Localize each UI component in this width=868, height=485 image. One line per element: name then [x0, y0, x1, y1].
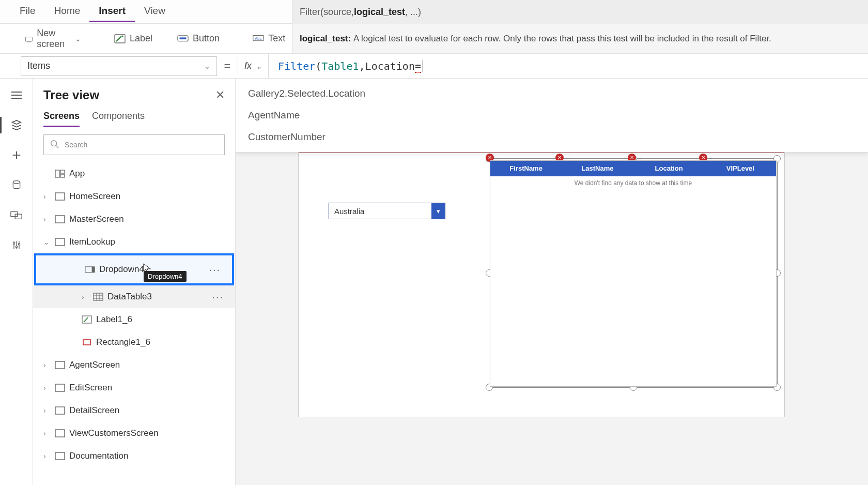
autocomplete-item[interactable]: CustomerNumber — [236, 126, 868, 148]
menu-view[interactable]: View — [135, 1, 175, 22]
tree-search-box[interactable]: Search — [43, 134, 225, 155]
data-pane-icon[interactable] — [9, 179, 24, 191]
svg-point-3 — [122, 35, 123, 37]
svg-rect-40 — [55, 384, 65, 391]
formula-input[interactable]: Filter ( Table1 , Location = — [269, 54, 868, 78]
column-header[interactable]: Location — [633, 161, 705, 176]
media-pane-icon[interactable] — [9, 209, 24, 221]
chevron-right-icon: › — [43, 215, 51, 223]
table-icon — [93, 293, 103, 301]
tree-view-pane: Tree view ✕ Screens Components Search Ap… — [33, 79, 236, 485]
tree-item-label: App — [69, 169, 85, 179]
autocomplete-item[interactable]: AgentName — [236, 104, 868, 126]
chevron-right-icon: › — [43, 429, 51, 437]
formula-token-comma: , — [359, 60, 365, 72]
tree-item-datatable3[interactable]: › DataTable3 ··· — [33, 285, 235, 308]
screen-icon — [25, 34, 33, 43]
svg-text:Abc: Abc — [255, 36, 261, 41]
svg-rect-43 — [55, 452, 65, 460]
tab-screens[interactable]: Screens — [43, 111, 80, 127]
left-tool-rail — [0, 79, 33, 485]
svg-point-22 — [51, 140, 57, 146]
tree-item-editscreen[interactable]: › EditScreen — [33, 376, 235, 399]
insert-label-text: Label — [130, 33, 152, 44]
menu-home[interactable]: Home — [45, 1, 90, 22]
insert-button-button[interactable]: Button — [167, 28, 229, 49]
hamburger-icon[interactable] — [9, 89, 24, 101]
screen-icon — [55, 384, 65, 392]
tree-item-agentscreen[interactable]: › AgentScreen — [33, 354, 235, 376]
fx-label: fx — [244, 60, 252, 71]
dropdown-control[interactable]: Australia ▾ — [329, 203, 445, 219]
tree-item-dropdown4[interactable]: Dropdown4 ··· Dropdown4 — [36, 255, 232, 283]
tree-item-documentation[interactable]: › Documentation — [33, 445, 235, 467]
screen-icon — [55, 361, 65, 369]
formula-token-function: Filter — [278, 60, 315, 72]
new-screen-label: New screen — [37, 28, 69, 50]
data-table-control[interactable]: FirstName LastName Location VIPLevel We … — [490, 160, 777, 387]
tree-item-viewcustomers[interactable]: › ViewCustomersScreen — [33, 422, 235, 445]
tree-item-label1-6[interactable]: Label1_6 — [33, 308, 235, 331]
help-param-name: logical_test: — [300, 34, 351, 44]
tree-item-label: ViewCustomersScreen — [69, 428, 159, 438]
tree-item-label: Label1_6 — [96, 314, 132, 325]
app-preview-screen[interactable]: Item Lookup Australia ▾ ⌄ ⌄ ⌄ — [299, 153, 784, 417]
tree-item-itemlookup[interactable]: ⌄ ItemLookup — [33, 231, 235, 253]
chevron-right-icon: › — [43, 384, 51, 392]
column-header[interactable]: LastName — [562, 161, 633, 176]
insert-button-text: Button — [193, 33, 220, 44]
fx-button[interactable]: fx ⌄ — [238, 54, 269, 78]
design-canvas[interactable]: Gallery2.Selected.Location AgentName Cus… — [236, 79, 868, 485]
tree-item-homescreen[interactable]: › HomeScreen — [33, 185, 235, 208]
tree-view-title: Tree view — [43, 88, 99, 102]
more-options-icon[interactable]: ··· — [209, 264, 221, 276]
insert-label-button[interactable]: Label — [104, 28, 162, 49]
chevron-right-icon: › — [43, 452, 51, 460]
property-selector[interactable]: Items ⌄ — [21, 56, 217, 76]
tree-item-label: HomeScreen — [69, 191, 120, 202]
menu-file[interactable]: File — [10, 1, 45, 22]
formula-token-field: Location — [365, 60, 415, 72]
tree-item-tooltip: Dropdown4 — [144, 271, 187, 282]
signature-suffix: , ...) — [405, 7, 421, 18]
tree-item-app[interactable]: App — [33, 162, 235, 185]
svg-line-23 — [56, 145, 59, 148]
more-options-icon[interactable]: ··· — [212, 291, 224, 303]
signature-active-param: logical_test — [354, 7, 405, 18]
advanced-tools-icon[interactable] — [9, 239, 24, 251]
screen-icon — [55, 215, 65, 223]
svg-rect-0 — [26, 37, 33, 41]
dropdown-control-icon — [85, 265, 95, 274]
tree-view-icon[interactable] — [9, 119, 24, 131]
formula-signature-bar: Filter(source, logical_test , ...) — [292, 0, 868, 24]
insert-pane-icon[interactable] — [9, 149, 24, 161]
chevron-down-icon[interactable]: ▾ — [431, 203, 445, 219]
new-screen-button[interactable]: New screen ⌄ — [16, 23, 91, 54]
formula-token-table: Table1 — [321, 60, 359, 72]
formula-token-operator: = — [415, 59, 421, 73]
dropdown-value: Australia — [329, 207, 369, 216]
tab-components[interactable]: Components — [92, 111, 145, 127]
chevron-down-icon: ⌄ — [204, 62, 210, 70]
chevron-down-icon: ⌄ — [75, 35, 81, 43]
chevron-right-icon: › — [82, 293, 89, 301]
ribbon: New screen ⌄ Label Button Abc Text ⌄ log… — [0, 24, 868, 54]
signature-prefix: Filter(source, — [300, 7, 354, 18]
search-placeholder: Search — [65, 141, 87, 149]
tree-item-masterscreen[interactable]: › MasterScreen — [33, 208, 235, 231]
chevron-right-icon: › — [43, 192, 51, 201]
svg-rect-2 — [115, 35, 125, 43]
column-header[interactable]: VIPLevel — [705, 161, 776, 176]
close-icon[interactable]: ✕ — [215, 88, 225, 102]
menu-insert[interactable]: Insert — [89, 1, 135, 22]
column-header[interactable]: FirstName — [490, 161, 562, 176]
tree-item-rectangle1-6[interactable]: Rectangle1_6 — [33, 331, 235, 354]
tree-item-label: DataTable3 — [107, 292, 152, 302]
data-table-header: FirstName LastName Location VIPLevel — [490, 161, 776, 176]
screen-icon — [55, 452, 65, 460]
autocomplete-item[interactable]: Gallery2.Selected.Location — [236, 83, 868, 104]
svg-rect-24 — [55, 170, 59, 177]
tree-item-detailscreen[interactable]: › DetailScreen — [33, 399, 235, 422]
formula-autocomplete-dropdown: Gallery2.Selected.Location AgentName Cus… — [236, 79, 868, 153]
text-caret — [423, 60, 423, 72]
